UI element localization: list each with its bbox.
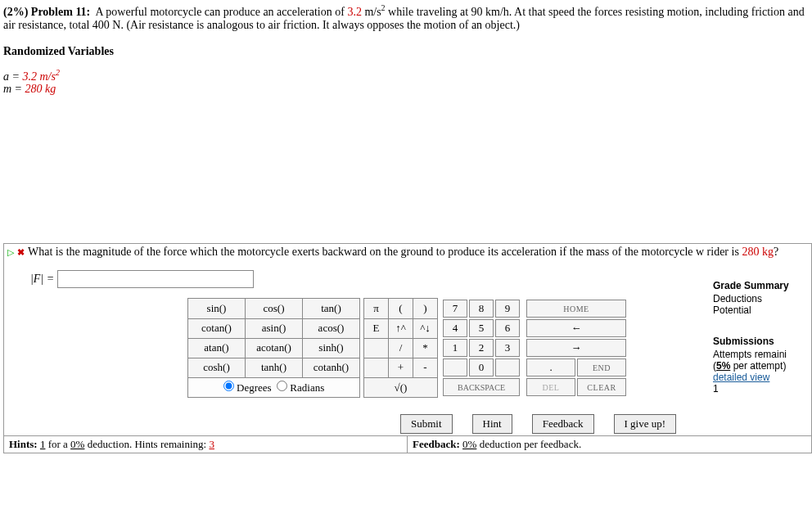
key-mul[interactable]: *: [413, 338, 438, 358]
submissions-title: Submissions: [713, 336, 811, 347]
attempts-remaining: Attempts remaini: [713, 349, 811, 360]
key-3[interactable]: 3: [495, 339, 520, 357]
submit-button[interactable]: Submit: [400, 414, 453, 434]
deductions-label: Deductions: [713, 293, 811, 304]
key-tanh[interactable]: tanh(): [246, 358, 303, 377]
key-plus[interactable]: +: [389, 358, 413, 377]
feedback-button[interactable]: Feedback: [532, 414, 594, 434]
symbol-keys: π() E↑^^↓ /* +- √(): [363, 298, 438, 398]
key-tan[interactable]: tan(): [303, 299, 360, 318]
key-asin[interactable]: asin(): [246, 318, 303, 338]
detailed-view-link[interactable]: detailed view: [713, 372, 769, 383]
problem-weight: (2%) Problem 11:: [3, 6, 90, 18]
key-8[interactable]: 8: [469, 300, 494, 318]
angle-mode[interactable]: Degrees Radians: [188, 378, 360, 398]
key-e[interactable]: E: [364, 318, 389, 338]
potential-label: Potential: [713, 304, 811, 316]
key-blank2: [364, 358, 389, 377]
key-blank4: [495, 358, 520, 376]
key-home[interactable]: HOME: [526, 300, 626, 318]
key-cotan[interactable]: cotan(): [188, 318, 246, 338]
ctrl-keys: HOME ← → .END DELCLEAR: [525, 298, 628, 398]
feedback-footer: Feedback: 0% deduction per feedback.: [408, 436, 811, 453]
keypad: sin()cos()tan() cotan()asin()acos() atan…: [187, 298, 676, 434]
key-acos[interactable]: acos(): [303, 318, 360, 338]
key-backspace[interactable]: BACKSPACE: [443, 378, 520, 396]
key-sin[interactable]: sin(): [188, 299, 246, 318]
num-keys: 789 456 123 0 BACKSPACE: [441, 298, 521, 398]
answer-input[interactable]: [57, 270, 254, 288]
key-end[interactable]: END: [577, 358, 626, 376]
footer-bar: Hints: 1 for a 0% deduction. Hints remai…: [3, 436, 812, 453]
question-panel: ▷ ✖ What is the magnitude of the force w…: [3, 243, 812, 436]
key-cos[interactable]: cos(): [246, 299, 303, 318]
accel-value: 3.2: [347, 6, 362, 18]
grade-summary-title: Grade Summary: [713, 280, 811, 291]
key-6[interactable]: 6: [495, 319, 520, 337]
key-div[interactable]: /: [389, 338, 413, 358]
hint-button[interactable]: Hint: [472, 414, 512, 434]
key-pi[interactable]: π: [364, 299, 389, 318]
key-clear[interactable]: CLEAR: [577, 378, 626, 396]
rand-vars: a = 3.2 m/s2 m = 280 kg: [3, 68, 812, 97]
key-supup[interactable]: ↑^: [389, 318, 413, 338]
key-2[interactable]: 2: [469, 339, 494, 357]
question-text: What is the magnitude of the force which…: [28, 246, 778, 259]
key-cotanh[interactable]: cotanh(): [303, 358, 360, 377]
key-0[interactable]: 0: [469, 358, 494, 376]
key-5[interactable]: 5: [469, 319, 494, 337]
key-4[interactable]: 4: [443, 319, 467, 337]
key-1[interactable]: 1: [443, 339, 467, 357]
key-minus[interactable]: -: [413, 358, 438, 377]
func-keys: sin()cos()tan() cotan()asin()acos() atan…: [187, 298, 360, 398]
key-acotan[interactable]: acotan(): [246, 338, 303, 358]
rand-vars-title: Randomized Variables: [3, 45, 812, 58]
close-icon[interactable]: ✖: [17, 247, 25, 258]
submission-count: 1: [713, 383, 811, 395]
key-left[interactable]: ←: [526, 319, 626, 337]
giveup-button[interactable]: I give up!: [614, 414, 677, 434]
answer-row: |F| =: [30, 270, 808, 288]
grade-summary-panel: Grade Summary Deductions Potential Submi…: [713, 280, 811, 395]
action-buttons: Submit Hint Feedback I give up!: [400, 414, 676, 434]
key-cosh[interactable]: cosh(): [188, 358, 246, 377]
key-sqrt[interactable]: √(): [364, 378, 438, 398]
key-right[interactable]: →: [526, 339, 626, 357]
key-7[interactable]: 7: [443, 300, 467, 318]
key-9[interactable]: 9: [495, 300, 520, 318]
hints-footer: Hints: 1 for a 0% deduction. Hints remai…: [4, 436, 408, 453]
key-atan[interactable]: atan(): [188, 338, 246, 358]
answer-label: |F| =: [30, 273, 57, 285]
key-del[interactable]: DEL: [526, 378, 575, 396]
key-blank1: [364, 338, 389, 358]
degrees-radio[interactable]: [223, 381, 234, 391]
key-dot[interactable]: .: [526, 358, 575, 376]
key-lparen[interactable]: (: [389, 299, 413, 318]
key-blank3: [443, 358, 467, 376]
key-sinh[interactable]: sinh(): [303, 338, 360, 358]
problem-header: (2%) Problem 11: A powerful motorcycle c…: [3, 3, 812, 32]
play-icon[interactable]: ▷: [7, 247, 14, 258]
key-rparen[interactable]: ): [413, 299, 438, 318]
radians-radio[interactable]: [277, 381, 287, 391]
key-supdown[interactable]: ^↓: [413, 318, 438, 338]
